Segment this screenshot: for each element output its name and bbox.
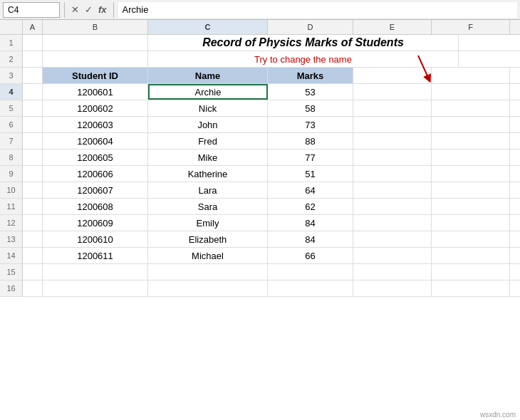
cell-e7[interactable] xyxy=(353,133,432,149)
cell-b4[interactable]: 1200601 xyxy=(43,84,148,100)
cell-e4[interactable] xyxy=(353,84,432,100)
cell-c15[interactable] xyxy=(148,264,268,280)
cell-e14[interactable] xyxy=(353,248,432,263)
cell-d4[interactable]: 53 xyxy=(268,84,353,100)
cell-b10[interactable]: 1200607 xyxy=(43,182,148,198)
col-header-b[interactable]: B xyxy=(43,20,148,34)
col-header-a[interactable]: A xyxy=(23,20,43,34)
cell-c5[interactable]: Nick xyxy=(148,100,268,116)
cell-d15[interactable] xyxy=(268,264,353,280)
cell-b13[interactable]: 1200610 xyxy=(43,231,148,247)
cell-a11[interactable] xyxy=(23,199,43,214)
cell-b2[interactable] xyxy=(43,51,148,67)
cell-e12[interactable] xyxy=(353,215,432,231)
cell-e13[interactable] xyxy=(353,231,432,247)
cell-a15[interactable] xyxy=(23,264,43,280)
cell-b12[interactable]: 1200609 xyxy=(43,215,148,231)
cell-b8[interactable]: 1200605 xyxy=(43,149,148,165)
cell-e3[interactable] xyxy=(353,68,432,83)
cell-b15[interactable] xyxy=(43,264,148,280)
cell-a9[interactable] xyxy=(23,166,43,182)
cell-f16[interactable] xyxy=(432,280,510,296)
name-box[interactable]: C4 xyxy=(3,2,60,18)
cell-f14[interactable] xyxy=(432,248,510,263)
cell-e16[interactable] xyxy=(353,280,432,296)
cell-d11[interactable]: 62 xyxy=(268,199,353,214)
col-header-c[interactable]: C xyxy=(148,20,268,34)
cell-e15[interactable] xyxy=(353,264,432,280)
cell-e6[interactable] xyxy=(353,117,432,132)
col-header-e[interactable]: E xyxy=(353,20,432,34)
cell-a3[interactable] xyxy=(23,68,43,83)
cell-c2[interactable]: Try to change the name xyxy=(148,51,459,67)
cell-f7[interactable] xyxy=(432,133,510,149)
cell-d10[interactable]: 64 xyxy=(268,182,353,198)
cell-d5[interactable]: 58 xyxy=(268,100,353,116)
cell-e10[interactable] xyxy=(353,182,432,198)
cell-f15[interactable] xyxy=(432,264,510,280)
cell-a5[interactable] xyxy=(23,100,43,116)
cell-f10[interactable] xyxy=(432,182,510,198)
cell-d14[interactable]: 66 xyxy=(268,248,353,263)
cell-f3[interactable] xyxy=(432,68,510,83)
cell-b1[interactable] xyxy=(43,35,148,51)
cell-b11[interactable]: 1200608 xyxy=(43,199,148,214)
confirm-icon[interactable]: ✓ xyxy=(83,4,95,15)
cell-a8[interactable] xyxy=(23,149,43,165)
cell-a2[interactable] xyxy=(23,51,43,67)
cell-d6[interactable]: 73 xyxy=(268,117,353,132)
cell-c9[interactable]: Katherine xyxy=(148,166,268,182)
cell-c11[interactable]: Sara xyxy=(148,199,268,214)
cell-a6[interactable] xyxy=(23,117,43,132)
cell-b9[interactable]: 1200606 xyxy=(43,166,148,182)
cell-f4[interactable] xyxy=(432,84,510,100)
cell-a12[interactable] xyxy=(23,215,43,231)
cell-a7[interactable] xyxy=(23,133,43,149)
col-header-f[interactable]: F xyxy=(432,20,510,34)
cell-f9[interactable] xyxy=(432,166,510,182)
cell-f6[interactable] xyxy=(432,117,510,132)
function-icon[interactable]: fx xyxy=(96,4,109,15)
cell-c14[interactable]: Michael xyxy=(148,248,268,263)
cell-b5[interactable]: 1200602 xyxy=(43,100,148,116)
cell-a10[interactable] xyxy=(23,182,43,198)
cell-f12[interactable] xyxy=(432,215,510,231)
cell-d8[interactable]: 77 xyxy=(268,149,353,165)
cell-c3-header[interactable]: Name xyxy=(148,68,268,83)
cancel-icon[interactable]: ✕ xyxy=(69,4,81,15)
cell-b3-header[interactable]: Student ID xyxy=(43,68,148,83)
cell-a1[interactable] xyxy=(23,35,43,51)
cell-c13[interactable]: Elizabeth xyxy=(148,231,268,247)
cell-b14[interactable]: 1200611 xyxy=(43,248,148,263)
cell-d12[interactable]: 84 xyxy=(268,215,353,231)
cell-b6[interactable]: 1200603 xyxy=(43,117,148,132)
cell-c4[interactable]: Archie xyxy=(148,84,268,100)
cell-d13[interactable]: 84 xyxy=(268,231,353,247)
cell-e5[interactable] xyxy=(353,100,432,116)
cell-c7[interactable]: Fred xyxy=(148,133,268,149)
cell-a14[interactable] xyxy=(23,248,43,263)
cell-d7[interactable]: 88 xyxy=(268,133,353,149)
cell-b7[interactable]: 1200604 xyxy=(43,133,148,149)
col-header-d[interactable]: D xyxy=(268,20,353,34)
cell-b16[interactable] xyxy=(43,280,148,296)
cell-e9[interactable] xyxy=(353,166,432,182)
cell-c10[interactable]: Lara xyxy=(148,182,268,198)
formula-input[interactable] xyxy=(118,2,517,18)
cell-f13[interactable] xyxy=(432,231,510,247)
cell-f11[interactable] xyxy=(432,199,510,214)
cell-a4[interactable] xyxy=(23,84,43,100)
cell-d9[interactable]: 51 xyxy=(268,166,353,182)
cell-e8[interactable] xyxy=(353,149,432,165)
cell-d16[interactable] xyxy=(268,280,353,296)
cell-a16[interactable] xyxy=(23,280,43,296)
cell-c8[interactable]: Mike xyxy=(148,149,268,165)
cell-f5[interactable] xyxy=(432,100,510,116)
cell-c12[interactable]: Emily xyxy=(148,215,268,231)
cell-f8[interactable] xyxy=(432,149,510,165)
cell-c6[interactable]: John xyxy=(148,117,268,132)
cell-a13[interactable] xyxy=(23,231,43,247)
cell-d3-header[interactable]: Marks xyxy=(268,68,353,83)
cell-e11[interactable] xyxy=(353,199,432,214)
cell-c1[interactable]: Record of Physics Marks of Students xyxy=(148,35,459,51)
